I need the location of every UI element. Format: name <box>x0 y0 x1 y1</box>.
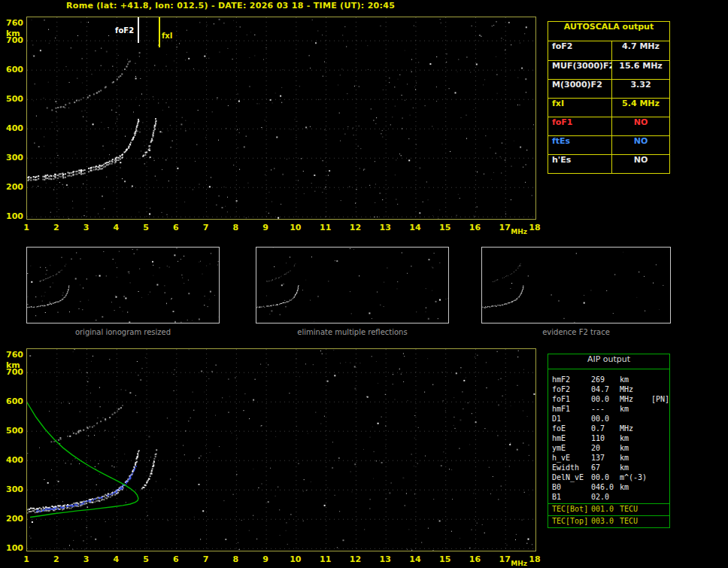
aip-row-extra <box>651 375 666 385</box>
thumbnail-caption-eliminate: eliminate multiple reflections <box>256 328 449 336</box>
autoscala-row-foF2: foF24.7 MHz <box>548 41 669 60</box>
autoscala-row-M(3000)F2: M(3000)F23.32 <box>548 79 669 98</box>
aip-row-unit: km <box>620 434 651 444</box>
aip-row-name: B0 <box>552 483 591 493</box>
autoscala-row-ftEs: ftEsNO <box>548 135 669 154</box>
x-axis-tick-label: 15 <box>437 223 453 232</box>
aip-row-value: 67 <box>591 463 620 473</box>
aip-row-unit: km <box>620 444 651 454</box>
thumbnail-caption-evidence: evidence F2 trace <box>481 328 671 336</box>
x-axis-tick-label: 9 <box>257 554 274 564</box>
autoscala-row-value: NO <box>611 117 669 135</box>
aip-rows: hmF2269kmfoF204.7MHzfoF100.0MHz[PN]hmF1-… <box>548 375 669 527</box>
aip-row-name: foF1 <box>552 395 591 405</box>
aip-row-value: 00.0 <box>591 395 620 405</box>
aip-row-value: 001.0 <box>591 504 620 515</box>
aip-row-extra <box>651 385 666 395</box>
station-date-time-title: Rome (lat: +41.8, lon: 012.5) - DATE: 20… <box>66 1 395 11</box>
aip-row-extra <box>651 434 666 444</box>
aip-row-unit: MHz <box>620 385 651 395</box>
y-axis-tick-label: 400 <box>6 123 26 133</box>
aip-row-name: TEC[Top] <box>552 516 591 527</box>
autoscala-rows: foF24.7 MHzMUF(3000)F215.6 MHzM(3000)F23… <box>548 41 669 173</box>
thumbnail-evidence-canvas <box>482 248 670 323</box>
x-axis-tick-label: 14 <box>407 223 423 232</box>
x-axis-tick-label: 11 <box>317 554 334 564</box>
aip-row-extra <box>651 463 666 473</box>
x-axis-tick-label: 8 <box>227 223 244 232</box>
x-axis-tick-label: 7 <box>198 223 214 232</box>
aip-row-extra <box>651 405 666 415</box>
aip-row-unit <box>620 415 651 424</box>
x-axis-tick-label: 9 <box>257 223 274 232</box>
thumbnail-evidence-f2-trace <box>481 247 671 323</box>
aip-row-extra <box>651 424 666 434</box>
aip-row-B0: B0046.0km <box>548 483 669 493</box>
aip-panel-title: AIP output <box>548 354 669 369</box>
aip-row-name: foF2 <box>552 385 591 395</box>
ionogram-bottom-plot <box>26 348 536 551</box>
aip-row-unit: TECU <box>620 516 651 527</box>
aip-row-DelN_vE: DelN_vE00.0m^(-3) <box>548 473 669 483</box>
aip-row-extra <box>651 415 666 424</box>
aip-row-name: hmE <box>552 434 591 444</box>
x-axis-tick-label: 8 <box>227 554 244 564</box>
aip-output-panel: AIP output hmF2269kmfoF204.7MHzfoF100.0M… <box>548 354 670 528</box>
x-axis-tick-label: 4 <box>108 223 124 232</box>
autoscala-row-fxI: fxI5.4 MHz <box>548 98 669 117</box>
x-axis-tick-label: 12 <box>347 554 363 564</box>
x-axis-tick-label: 2 <box>48 223 65 232</box>
thumbnail-original-ionogram <box>26 247 220 323</box>
y-axis-tick-label: 500 <box>6 94 26 104</box>
autoscala-panel-title: AUTOSCALA output <box>548 22 669 41</box>
aip-row-unit: km <box>620 375 651 385</box>
aip-row-ymE: ymE20km <box>548 444 669 454</box>
aip-row-value: 110 <box>591 434 620 444</box>
aip-row-name: h_vE <box>552 454 591 463</box>
autoscala-row-label: M(3000)F2 <box>548 80 611 98</box>
y-axis-tick-label: 500 <box>6 426 26 436</box>
y-axis-unit-label: km <box>6 360 26 370</box>
foF2-marker-line <box>138 17 139 43</box>
aip-row-h_vE: h_vE137km <box>548 454 669 463</box>
aip-row-extra <box>651 454 666 463</box>
ionogram-bottom-canvas <box>27 349 535 551</box>
autoscala-row-label: ftEs <box>548 136 611 154</box>
aip-row-unit: m^(-3) <box>620 473 651 483</box>
aip-row-name: DelN_vE <box>552 473 591 483</box>
aip-row-name: hmF1 <box>552 405 591 415</box>
autoscala-row-value: 3.32 <box>611 80 669 98</box>
autoscala-row-h'Es: h'EsNO <box>548 154 669 173</box>
ionogram-top-canvas <box>27 17 535 219</box>
x-axis-tick-label: 13 <box>377 554 393 564</box>
y-axis-tick-label: 300 <box>6 153 26 163</box>
x-axis-tick-label: 1 <box>18 554 35 564</box>
aip-row-value: 003.0 <box>591 516 620 527</box>
aip-row-unit: km <box>620 405 651 415</box>
aip-row-TEC[Top]: TEC[Top]003.0TECU <box>548 515 669 527</box>
y-axis-tick-label: 100 <box>6 211 26 221</box>
aip-row-unit: km <box>620 454 651 463</box>
autoscala-row-value: 4.7 MHz <box>611 41 669 60</box>
x-axis-unit-label: MHz <box>511 560 527 567</box>
thumbnail-original-canvas <box>27 248 219 323</box>
y-axis-tick-label: 400 <box>6 455 26 465</box>
thumbnail-caption-original: original ionogram resized <box>26 328 220 336</box>
aip-row-unit: TECU <box>620 504 651 515</box>
x-axis-tick-label: 16 <box>466 223 483 232</box>
aip-row-hmE: hmE110km <box>548 434 669 444</box>
aip-row-foF1: foF100.0MHz[PN] <box>548 395 669 405</box>
aip-row-value: 00.0 <box>591 473 620 483</box>
y-axis-tick-label: 600 <box>6 65 26 74</box>
x-axis-tick-label: 3 <box>78 554 95 564</box>
autoscala-row-label: h'Es <box>548 155 611 173</box>
aip-row-extra <box>651 504 666 515</box>
aip-row-name: B1 <box>552 493 591 503</box>
autoscala-row-label: foF2 <box>548 41 611 60</box>
aip-row-name: Ewidth <box>552 463 591 473</box>
aip-row-hmF1: hmF1---km <box>548 405 669 415</box>
x-axis-tick-label: 6 <box>168 554 184 564</box>
aip-row-extra <box>651 483 666 493</box>
x-axis-tick-label: 10 <box>287 554 304 564</box>
x-axis-tick-label: 11 <box>317 223 334 232</box>
